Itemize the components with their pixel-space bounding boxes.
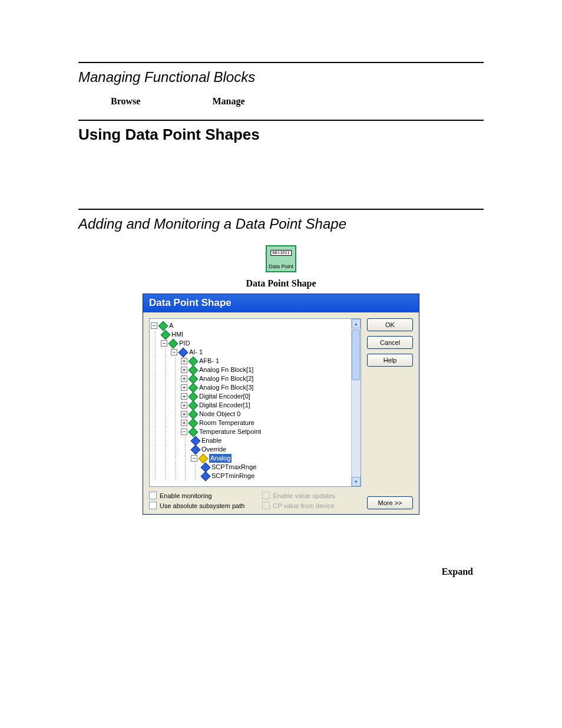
node-icon [178,347,189,357]
browse-manage-row: Browse Manage [111,96,484,107]
expand-icon[interactable]: + [181,411,187,417]
collapse-icon[interactable]: − [181,429,187,435]
divider-2 [78,120,484,121]
tree-node-scptmin[interactable]: SCPTminRnge [151,472,350,480]
cancel-button[interactable]: Cancel [367,336,413,349]
node-icon [189,356,199,366]
divider-top [78,62,484,63]
enable-monitoring-checkbox[interactable]: Enable monitoring [149,492,244,499]
tree-node-pid[interactable]: − PID [151,339,350,348]
expand-icon[interactable]: + [181,358,187,364]
tree-node-item[interactable]: +Digital Encoder[0] [151,392,350,401]
expand-word: Expand [78,566,473,577]
divider-3 [78,209,484,210]
node-icon [168,338,178,348]
checkbox-icon [262,502,270,509]
tree-node-analog-selected[interactable]: −Analog [151,454,350,463]
tree-node-item[interactable]: +Digital Encoder[1] [151,401,350,410]
tree-node-item[interactable]: +AFB- 1 [151,357,350,365]
node-icon [189,400,199,410]
expand-icon[interactable]: + [181,420,187,426]
dialog-titlebar: Data Point Shape [143,294,419,312]
data-point-shape-dialog: Data Point Shape − A HMI [143,294,419,515]
expand-icon[interactable]: + [181,384,187,391]
tree-node-item[interactable]: +Analog Fn Block[1] [151,365,350,374]
collapse-icon[interactable]: − [171,349,177,355]
tree-node-item[interactable]: +Node Object 0 [151,410,350,419]
ok-button[interactable]: OK [367,318,413,331]
section-managing-fb-title: Managing Functional Blocks [78,69,484,85]
checkbox-icon[interactable] [149,502,157,509]
more-button[interactable]: More >> [367,496,413,509]
tree-node-hmi[interactable]: HMI [151,330,350,339]
node-icon [189,391,199,401]
scroll-thumb[interactable] [352,330,360,380]
tree-panel[interactable]: − A HMI − PID [149,318,361,487]
node-icon [189,409,199,419]
expand-icon[interactable]: + [181,402,187,409]
help-button[interactable]: Help [367,354,413,367]
tree-node-enable[interactable]: Enable [151,436,350,445]
tree-node-root[interactable]: − A [151,321,350,330]
tree-node-temp-setpoint[interactable]: −Temperature Setpoint [151,427,350,436]
tree-node-item[interactable]: +Room Temperature [151,419,350,427]
node-icon [191,436,201,446]
data-point-shape-icon-block: Data Point Data Point Shape [78,245,484,289]
node-icon [189,374,199,384]
tree-node-scptmax[interactable]: SCPTmaxRnge [151,463,350,472]
tree-node-override[interactable]: Override [151,445,350,454]
manage-word: Manage [212,96,244,106]
cp-value-from-device-checkbox: CP value from device [262,502,335,509]
checkbox-icon [262,492,270,499]
scroll-down-icon[interactable]: ▾ [352,477,361,486]
browse-word: Browse [111,96,140,106]
expand-icon[interactable]: + [181,367,187,373]
node-icon [161,330,171,340]
tree-view[interactable]: − A HMI − PID [150,319,351,486]
tree-node-ai1[interactable]: − AI- 1 [151,348,350,357]
node-icon [191,444,201,454]
data-point-icon-label: Data Point [267,263,295,269]
tree-node-item[interactable]: +Analog Fn Block[2] [151,374,350,383]
scroll-up-icon[interactable]: ▴ [352,319,361,328]
data-point-icon-caption: Data Point Shape [78,278,484,289]
tree-node-item[interactable]: +Analog Fn Block[3] [151,383,350,392]
node-icon [201,462,211,472]
node-icon [189,365,199,375]
data-point-icon: Data Point [266,245,296,272]
use-absolute-path-checkbox[interactable]: Use absolute subsystem path [149,502,244,509]
enable-value-updates-checkbox: Enable value updates [262,492,335,499]
section-adding-monitoring-title: Adding and Monitoring a Data Point Shape [78,216,484,232]
node-icon [158,321,168,331]
expand-icon[interactable]: + [181,393,187,400]
node-icon [189,418,199,428]
collapse-icon[interactable]: − [161,340,167,347]
collapse-icon[interactable]: − [191,455,197,462]
expand-icon[interactable]: + [181,375,187,382]
collapse-icon[interactable]: − [151,322,157,329]
section-using-dps-title: Using Data Point Shapes [78,126,484,144]
node-icon [201,471,211,481]
node-icon [199,453,209,463]
node-icon [189,427,199,437]
node-icon [189,383,199,393]
checkbox-icon[interactable] [149,492,157,499]
